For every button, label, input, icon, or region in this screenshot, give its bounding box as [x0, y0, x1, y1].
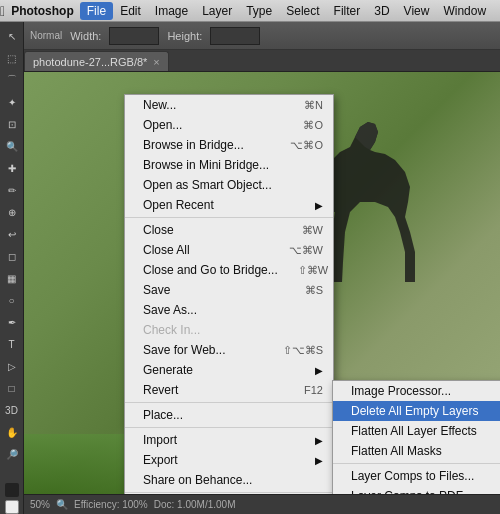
- height-label: Height:: [167, 30, 202, 42]
- efficiency-label: Efficiency: 100%: [74, 499, 148, 510]
- options-bar: Normal Width: Height:: [24, 22, 500, 50]
- foreground-color[interactable]: [5, 483, 19, 497]
- scripts-sep1: [333, 463, 500, 464]
- tool-history[interactable]: ↩: [2, 224, 22, 244]
- tool-pen[interactable]: ✒: [2, 312, 22, 332]
- menu-open-recent[interactable]: Open Recent ▶: [125, 195, 333, 215]
- scripts-flatten-effects[interactable]: Flatten All Layer Effects: [333, 421, 500, 441]
- tab-bar: photodune-27...RGB/8* ×: [24, 50, 500, 72]
- scripts-submenu: Image Processor... Delete All Empty Laye…: [332, 380, 500, 494]
- menu-import[interactable]: Import ▶: [125, 430, 333, 450]
- scripts-layer-comps-files[interactable]: Layer Comps to Files...: [333, 466, 500, 486]
- menu-open-smart[interactable]: Open as Smart Object...: [125, 175, 333, 195]
- main-area: ↖ ⬚ ⌒ ✦ ⊡ 🔍 ✚ ✏ ⊕ ↩ ◻ ▦ ○ ✒ T ▷ □ 3D ✋ 🔎…: [0, 22, 500, 514]
- tool-crop[interactable]: ⊡: [2, 114, 22, 134]
- tool-eraser[interactable]: ◻: [2, 246, 22, 266]
- menu-browse-bridge[interactable]: Browse in Bridge... ⌥⌘O: [125, 135, 333, 155]
- zoom-controls[interactable]: 🔍: [56, 499, 68, 510]
- tool-move[interactable]: ↖: [2, 26, 22, 46]
- canvas-area: ✕ 系统之家 xp510.com New... ⌘N Open... ⌘O Br…: [24, 72, 500, 494]
- normal-label: Normal: [30, 30, 62, 41]
- sep1: [125, 217, 333, 218]
- menu-open[interactable]: Open... ⌘O: [125, 115, 333, 135]
- menubar:  Photoshop File Edit Image Layer Type S…: [0, 0, 500, 22]
- document-tab[interactable]: photodune-27...RGB/8* ×: [24, 51, 169, 71]
- menu-save-web[interactable]: Save for Web... ⇧⌥⌘S: [125, 340, 333, 360]
- menu-save[interactable]: Save ⌘S: [125, 280, 333, 300]
- tool-clone[interactable]: ⊕: [2, 202, 22, 222]
- doc-info: Doc: 1.00M/1.00M: [154, 499, 236, 510]
- menu-check-in: Check In...: [125, 320, 333, 340]
- menu-type[interactable]: Type: [239, 2, 279, 20]
- width-input[interactable]: [109, 27, 159, 45]
- file-menu: New... ⌘N Open... ⌘O Browse in Bridge...…: [124, 94, 334, 494]
- tool-zoom[interactable]: 🔎: [2, 444, 22, 464]
- sep2: [125, 402, 333, 403]
- menu-edit[interactable]: Edit: [113, 2, 148, 20]
- menu-select[interactable]: Select: [279, 2, 326, 20]
- tab-label: photodune-27...RGB/8*: [33, 56, 147, 68]
- sep4: [125, 492, 333, 493]
- app-name[interactable]: Photoshop: [5, 4, 80, 18]
- left-toolbar: ↖ ⬚ ⌒ ✦ ⊡ 🔍 ✚ ✏ ⊕ ↩ ◻ ▦ ○ ✒ T ▷ □ 3D ✋ 🔎: [0, 22, 24, 514]
- tool-path[interactable]: ▷: [2, 356, 22, 376]
- menu-behance[interactable]: Share on Behance...: [125, 470, 333, 490]
- menu-help[interactable]: Help: [493, 2, 500, 20]
- tool-gradient[interactable]: ▦: [2, 268, 22, 288]
- menu-layer[interactable]: Layer: [195, 2, 239, 20]
- tool-brush[interactable]: ✏: [2, 180, 22, 200]
- menu-close-bridge[interactable]: Close and Go to Bridge... ⇧⌘W: [125, 260, 333, 280]
- scripts-image-processor[interactable]: Image Processor...: [333, 381, 500, 401]
- width-label: Width:: [70, 30, 101, 42]
- tool-type[interactable]: T: [2, 334, 22, 354]
- zoom-level: 50%: [30, 499, 50, 510]
- menu-3d[interactable]: 3D: [367, 2, 396, 20]
- menu-generate[interactable]: Generate ▶: [125, 360, 333, 380]
- tool-eyedropper[interactable]: 🔍: [2, 136, 22, 156]
- tab-close[interactable]: ×: [153, 56, 159, 68]
- menu-place[interactable]: Place...: [125, 405, 333, 425]
- menu-close-all[interactable]: Close All ⌥⌘W: [125, 240, 333, 260]
- menu-revert[interactable]: Revert F12: [125, 380, 333, 400]
- tool-shape[interactable]: □: [2, 378, 22, 398]
- menu-new[interactable]: New... ⌘N: [125, 95, 333, 115]
- tool-heal[interactable]: ✚: [2, 158, 22, 178]
- scripts-delete-empty[interactable]: Delete All Empty Layers: [333, 401, 500, 421]
- menu-view[interactable]: View: [397, 2, 437, 20]
- content-area: Normal Width: Height: photodune-27...RGB…: [24, 22, 500, 514]
- menu-export[interactable]: Export ▶: [125, 450, 333, 470]
- background-color[interactable]: [5, 500, 19, 514]
- menu-image[interactable]: Image: [148, 2, 195, 20]
- bottom-bar: 50% 🔍 Efficiency: 100% Doc: 1.00M/1.00M: [24, 494, 500, 514]
- menu-file[interactable]: File: [80, 2, 113, 20]
- sep3: [125, 427, 333, 428]
- scripts-flatten-masks[interactable]: Flatten All Masks: [333, 441, 500, 461]
- tool-3d[interactable]: 3D: [2, 400, 22, 420]
- height-input[interactable]: [210, 27, 260, 45]
- tool-marquee[interactable]: ⬚: [2, 48, 22, 68]
- tool-magic-wand[interactable]: ✦: [2, 92, 22, 112]
- menu-filter[interactable]: Filter: [327, 2, 368, 20]
- menu-close[interactable]: Close ⌘W: [125, 220, 333, 240]
- menu-save-as[interactable]: Save As...: [125, 300, 333, 320]
- tool-lasso[interactable]: ⌒: [2, 70, 22, 90]
- tool-dodge[interactable]: ○: [2, 290, 22, 310]
- tool-hand[interactable]: ✋: [2, 422, 22, 442]
- menu-window[interactable]: Window: [436, 2, 493, 20]
- menu-browse-mini[interactable]: Browse in Mini Bridge...: [125, 155, 333, 175]
- scripts-layer-comps-pdf[interactable]: Layer Comps to PDF...: [333, 486, 500, 494]
